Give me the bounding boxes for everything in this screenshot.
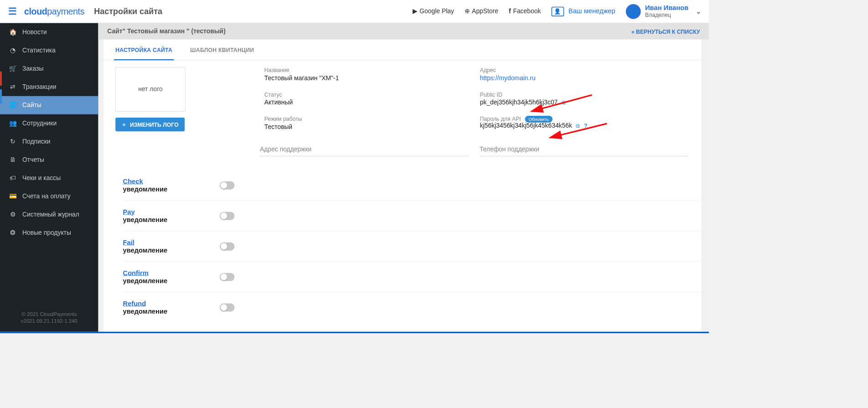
info-col-2: Адрес https://mydomain.ru Public ID pk_d… bbox=[480, 67, 688, 139]
breadcrumb: Сайт" Тестовый магазин " (тестовый) « ВЕ… bbox=[98, 23, 709, 40]
publicid-label: Public ID bbox=[480, 91, 688, 98]
content: Сайт" Тестовый магазин " (тестовый) « ВЕ… bbox=[98, 23, 709, 332]
notif-link[interactable]: Fail bbox=[123, 238, 134, 246]
notif-link[interactable]: Pay bbox=[123, 208, 135, 215]
page-title: Настройки сайта bbox=[94, 6, 162, 16]
notif-label: Payуведомление bbox=[123, 208, 220, 223]
notif-row-check: Checkуведомление bbox=[123, 170, 702, 200]
apipw-label: Пароль для API bbox=[480, 115, 521, 122]
chevron-down-icon: ⌄ bbox=[696, 7, 701, 15]
user-role: Владелец bbox=[645, 12, 688, 18]
mode-label: Режим работы bbox=[264, 115, 473, 122]
change-logo-button[interactable]: ＋ ИЗМЕНИТЬ ЛОГО bbox=[115, 118, 185, 131]
notif-link[interactable]: Refund bbox=[123, 300, 146, 307]
refresh-pill[interactable]: Обновить bbox=[525, 116, 553, 123]
notif-label: Failуведомление bbox=[123, 238, 220, 254]
help-icon[interactable]: ? bbox=[584, 123, 587, 129]
status-label: Статус bbox=[264, 91, 473, 98]
support-address-input[interactable]: Адрес поддержки bbox=[260, 143, 468, 156]
copy-icon[interactable]: ⧉ bbox=[576, 123, 580, 129]
appstore-link[interactable]: ⊕ AppStore bbox=[465, 7, 498, 15]
tab-settings[interactable]: НАСТРОЙКА САЙТА bbox=[114, 40, 174, 61]
notif-link[interactable]: Check bbox=[123, 177, 143, 185]
notif-row-confirm: Confirmуведомление bbox=[123, 261, 702, 292]
logo-column: нет лого ＋ ИЗМЕНИТЬ ЛОГО bbox=[115, 67, 257, 139]
avatar-icon: 👤 bbox=[626, 4, 641, 19]
notification-list: CheckуведомлениеPayуведомлениеFailуведом… bbox=[103, 156, 702, 322]
info-col-1: Название Тестовый магазин "XM"-1 Статус … bbox=[264, 67, 473, 139]
manager-icon: 👤 bbox=[551, 6, 564, 16]
tab-template[interactable]: ШАБЛОН КВИТАНЦИИ bbox=[189, 40, 256, 60]
notif-toggle[interactable] bbox=[220, 303, 235, 311]
logo-placeholder: нет лого bbox=[115, 67, 186, 112]
notif-row-pay: Payуведомление bbox=[123, 200, 702, 231]
tabs: НАСТРОЙКА САЙТА ШАБЛОН КВИТАНЦИИ bbox=[103, 40, 702, 61]
name-label: Название bbox=[264, 67, 473, 73]
notif-row-refund: Refundуведомление bbox=[123, 292, 702, 322]
google-play-link[interactable]: ▶ Google Play bbox=[413, 7, 454, 15]
address-link[interactable]: https://mydomain.ru bbox=[480, 75, 536, 82]
notif-link[interactable]: Confirm bbox=[123, 269, 149, 276]
footer-strip bbox=[0, 332, 709, 333]
manager-block[interactable]: 👤 Ваш менеджер bbox=[551, 6, 615, 16]
notif-toggle[interactable] bbox=[220, 242, 235, 250]
menu-toggle[interactable]: ☰ bbox=[8, 5, 17, 17]
notif-toggle[interactable] bbox=[220, 273, 235, 281]
crumb-title: Сайт" Тестовый магазин " (тестовый) bbox=[107, 27, 226, 35]
notif-toggle[interactable] bbox=[220, 212, 235, 220]
user-name: Иван Иванов bbox=[645, 5, 688, 12]
brand-logo[interactable]: cloudpayments bbox=[24, 6, 84, 16]
mode-value: Тестовый bbox=[264, 123, 473, 130]
notif-label: Refundуведомление bbox=[123, 300, 220, 315]
support-phone-input[interactable]: Телефон поддержки bbox=[480, 143, 688, 156]
publicid-value: pk_dej356kjh34jk5h6kj3c07 bbox=[480, 99, 558, 106]
manager-label: Ваш менеджер bbox=[568, 7, 615, 15]
facebook-link[interactable]: f Facebook bbox=[509, 8, 541, 15]
card: НАСТРОЙКА САЙТА ШАБЛОН КВИТАНЦИИ нет лог… bbox=[103, 40, 702, 334]
notif-label: Checkуведомление bbox=[123, 177, 220, 193]
name-value: Тестовый магазин "XM"-1 bbox=[264, 75, 473, 82]
notif-row-fail: Failуведомление bbox=[123, 231, 702, 261]
address-label: Адрес bbox=[480, 67, 688, 73]
copy-icon[interactable]: ⧉ bbox=[562, 99, 566, 106]
apipw-value: kj56kj3456kj34kj56jk45k634k56k bbox=[480, 122, 572, 129]
notif-toggle[interactable] bbox=[220, 181, 235, 189]
header: ☰ cloudpayments Настройки сайта ▶ Google… bbox=[0, 0, 709, 23]
back-link[interactable]: « ВЕРНУТЬСЯ К СПИСКУ bbox=[631, 28, 700, 35]
user-menu[interactable]: 👤 Иван Иванов Владелец ⌄ bbox=[626, 4, 702, 19]
status-value: Активный bbox=[264, 99, 473, 106]
notif-label: Confirmуведомление bbox=[123, 269, 220, 284]
